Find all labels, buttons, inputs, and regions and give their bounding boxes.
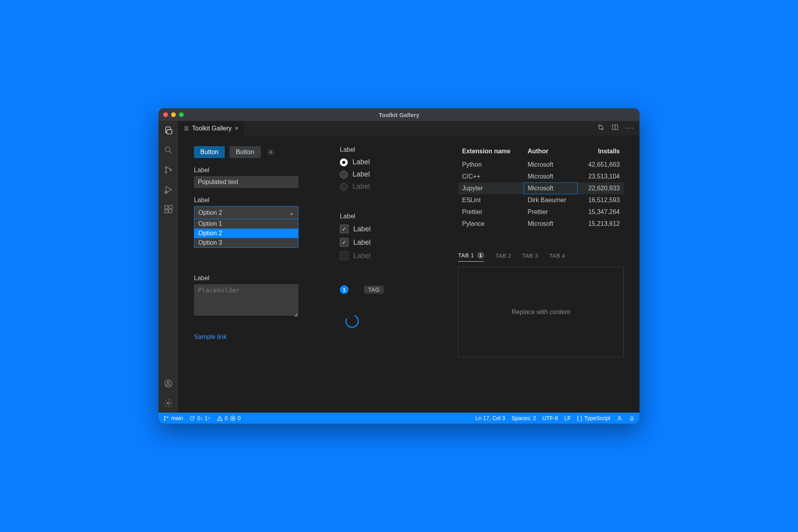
primary-button[interactable]: Button <box>194 146 225 158</box>
check-group-label: Label <box>340 213 427 220</box>
chevron-down-icon: ⌄ <box>289 209 294 216</box>
status-encoding[interactable]: UTF-8 <box>543 415 558 421</box>
radio-option: Label <box>340 182 427 191</box>
close-tab-icon[interactable]: × <box>235 125 238 132</box>
status-branch[interactable]: main <box>163 415 183 421</box>
status-sync[interactable]: 0↓ 1↑ <box>189 415 210 421</box>
table-row[interactable]: PythonMicrosoft42,651,663 <box>458 159 624 171</box>
panel-tab[interactable]: TAB 3 <box>522 250 538 261</box>
radio-group-label: Label <box>340 146 427 153</box>
gear-icon[interactable] <box>265 147 276 158</box>
svg-rect-5 <box>165 206 168 209</box>
window-title: Toolkit Gallery <box>158 112 640 118</box>
radio-dot-icon <box>340 183 348 191</box>
svg-point-16 <box>164 416 166 417</box>
status-language[interactable]: { } TypeScript <box>577 415 610 421</box>
table-row[interactable]: PylanceMicrosoft15,213,612 <box>458 218 624 230</box>
braces-icon: { } <box>577 415 582 421</box>
textarea-input[interactable] <box>194 284 298 316</box>
checkbox-label: Label <box>353 238 371 247</box>
tab-toolkit-gallery[interactable]: ≣ Toolkit Gallery × <box>178 121 244 136</box>
checkbox-option: Label <box>340 251 427 260</box>
svg-point-12 <box>598 125 600 126</box>
status-eol[interactable]: LF <box>564 415 571 421</box>
svg-point-10 <box>167 381 170 384</box>
svg-point-17 <box>164 419 166 420</box>
svg-rect-7 <box>169 210 172 213</box>
status-cursor[interactable]: Ln 17, Col 3 <box>475 415 505 421</box>
checkbox-label: Label <box>353 252 371 260</box>
app-window: Toolkit Gallery <box>158 108 640 424</box>
text-input[interactable] <box>194 176 298 188</box>
more-icon[interactable]: ··· <box>626 124 634 133</box>
status-problems[interactable]: 0 0 <box>217 415 241 421</box>
split-editor-icon[interactable] <box>612 124 619 133</box>
checkbox-option[interactable]: Label <box>340 238 427 247</box>
panel-tab[interactable]: TAB 11 <box>458 249 484 262</box>
table-row[interactable]: PrettierPrettier15,347,264 <box>458 206 624 218</box>
status-indent[interactable]: Spaces: 2 <box>511 415 536 421</box>
table-header[interactable]: Extension name <box>458 146 524 159</box>
secondary-button[interactable]: Button <box>229 146 260 158</box>
textarea-label: Label <box>194 275 308 282</box>
checkbox-option[interactable]: Label <box>340 225 427 233</box>
explorer-icon[interactable] <box>163 125 174 136</box>
search-icon[interactable] <box>163 145 174 156</box>
column-selection-controls: Label LabelLabelLabel Label LabelLabelLa… <box>340 146 427 409</box>
extensions-icon[interactable] <box>163 204 174 215</box>
accounts-icon[interactable] <box>163 378 174 389</box>
svg-point-20 <box>619 416 621 418</box>
settings-gear-icon[interactable] <box>163 398 174 409</box>
panel-tab[interactable]: TAB 4 <box>549 250 565 261</box>
radio-option[interactable]: Label <box>340 170 427 179</box>
tab-panel-placeholder: Replace with content <box>512 309 571 316</box>
tab-badge: 1 <box>477 252 484 259</box>
column-form-controls: Button Button Label Label <box>194 146 308 409</box>
tab-panel: Replace with content <box>458 267 624 357</box>
svg-point-2 <box>165 171 167 173</box>
svg-point-1 <box>165 167 167 169</box>
svg-point-15 <box>270 151 272 153</box>
radio-label: Label <box>352 182 370 191</box>
column-data-display: Extension nameAuthorInstalls PythonMicro… <box>458 146 624 409</box>
table-row[interactable]: C/C++Microsoft23,513,104 <box>458 171 624 182</box>
checkbox-label: Label <box>353 225 371 233</box>
radio-label: Label <box>352 158 370 166</box>
run-debug-icon[interactable] <box>163 184 174 195</box>
source-control-icon[interactable] <box>163 164 174 175</box>
radio-label: Label <box>352 170 370 179</box>
table-row[interactable]: JupyterMicrosoft22,620,933 <box>458 182 624 194</box>
badge-count: 1 <box>340 285 349 294</box>
tag-chip: TAG <box>364 286 384 294</box>
extensions-table: Extension nameAuthorInstalls PythonMicro… <box>458 146 624 230</box>
sample-link[interactable]: Sample link <box>194 333 308 340</box>
svg-point-13 <box>602 128 603 130</box>
status-bar: main 0↓ 1↑ 0 0 Ln 17, Col 3 Spaces: 2 UT… <box>158 413 640 424</box>
text-input-label: Label <box>194 167 308 174</box>
git-compare-icon[interactable] <box>597 124 604 133</box>
svg-rect-6 <box>165 210 168 213</box>
select-option[interactable]: Option 1 <box>194 219 298 229</box>
table-row[interactable]: ESLintDirk Baeumer16,512,593 <box>458 194 624 206</box>
table-header[interactable]: Installs <box>578 146 624 159</box>
select-option[interactable]: Option 3 <box>194 238 298 247</box>
checkbox-box-icon <box>340 238 349 247</box>
status-feedback-icon[interactable] <box>617 415 623 421</box>
activity-bar <box>158 121 178 413</box>
file-icon: ≣ <box>184 125 189 132</box>
status-bell-icon[interactable] <box>629 415 635 421</box>
checkbox-box-icon <box>340 251 349 260</box>
checkbox-box-icon <box>340 225 349 233</box>
svg-rect-8 <box>169 205 172 208</box>
editor-tabs: ≣ Toolkit Gallery × ··· <box>178 121 640 136</box>
svg-point-0 <box>165 147 170 152</box>
select-dropdown[interactable]: Option 2 ⌄ <box>194 206 298 219</box>
radio-dot-icon <box>340 171 348 179</box>
tab-label: Toolkit Gallery <box>192 125 231 132</box>
radio-option[interactable]: Label <box>340 158 427 166</box>
select-label: Label <box>194 197 308 204</box>
panel-tab[interactable]: TAB 2 <box>495 250 511 261</box>
select-value: Option 2 <box>198 209 222 216</box>
select-option[interactable]: Option 2 <box>194 229 298 238</box>
table-header[interactable]: Author <box>524 146 578 159</box>
